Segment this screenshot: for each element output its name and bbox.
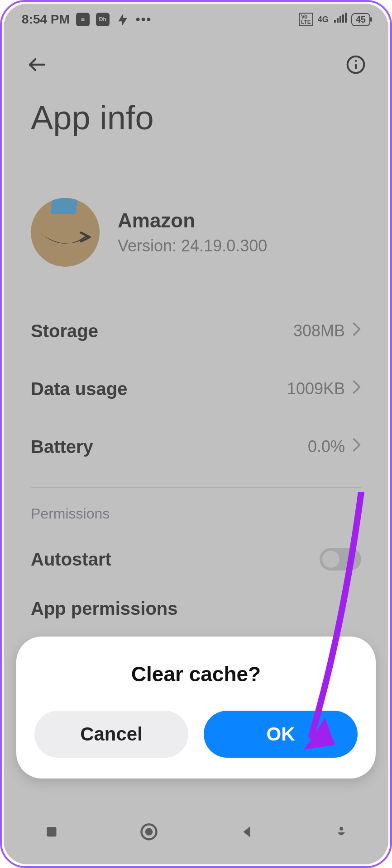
- autostart-row[interactable]: Autostart: [31, 530, 361, 588]
- app-permissions-row[interactable]: App permissions: [31, 588, 361, 629]
- data-usage-row[interactable]: Data usage 1009KB: [31, 360, 361, 418]
- autostart-label: Autostart: [31, 549, 111, 570]
- page-title: App info: [31, 99, 154, 137]
- network-label: 4G: [318, 15, 329, 24]
- divider: [31, 487, 361, 488]
- data-usage-label: Data usage: [31, 379, 127, 399]
- battery-row[interactable]: Battery 0.0%: [31, 418, 361, 476]
- autostart-toggle[interactable]: [320, 548, 361, 571]
- chevron-right-icon: [352, 437, 361, 456]
- more-notif-icon: •••: [136, 12, 152, 27]
- signal-icon: [333, 13, 347, 26]
- storage-value: 308MB: [293, 321, 345, 340]
- chevron-right-icon: [352, 321, 361, 340]
- svg-point-7: [339, 827, 343, 830]
- volte-icon: VoLTE: [299, 13, 313, 26]
- status-bar: 8:54 PM ≡ Dh ••• VoLTE 4G 45: [4, 4, 388, 35]
- clear-cache-dialog: Clear cache? Cancel OK: [16, 637, 376, 778]
- battery-indicator: 45: [351, 13, 370, 26]
- ok-button[interactable]: OK: [204, 711, 358, 758]
- app-bar: [4, 47, 388, 83]
- back-arrow-icon[interactable]: [26, 54, 48, 75]
- app-name-label: Amazon: [118, 209, 267, 232]
- nav-extra-icon[interactable]: [334, 825, 349, 841]
- app-version-label: Version: 24.19.0.300: [118, 236, 267, 255]
- cancel-button[interactable]: Cancel: [34, 711, 188, 758]
- nav-recent-icon[interactable]: [43, 824, 60, 842]
- app-icon: [31, 198, 100, 267]
- storage-label: Storage: [31, 321, 98, 341]
- app-header: Amazon Version: 24.19.0.300: [31, 198, 361, 267]
- battery-label: Battery: [31, 437, 93, 457]
- svg-point-6: [145, 828, 153, 836]
- nav-home-icon[interactable]: [139, 822, 159, 844]
- status-right: VoLTE 4G 45: [299, 13, 370, 26]
- info-icon[interactable]: [346, 55, 366, 75]
- status-time: 8:54 PM: [22, 12, 70, 27]
- data-usage-value: 1009KB: [287, 379, 345, 398]
- svg-rect-4: [47, 827, 56, 837]
- system-nav-bar: [4, 810, 388, 855]
- svg-point-3: [355, 60, 357, 62]
- dialog-title: Clear cache?: [34, 662, 358, 686]
- chevron-right-icon: [352, 379, 361, 398]
- notif-icon-3: [116, 13, 129, 26]
- app-permissions-label: App permissions: [31, 599, 178, 619]
- permissions-heading: Permissions: [31, 505, 361, 522]
- battery-value: 0.0%: [308, 437, 345, 456]
- notif-icon-2: Dh: [96, 13, 110, 26]
- nav-back-icon[interactable]: [239, 824, 255, 842]
- notif-icon-1: ≡: [76, 13, 90, 26]
- storage-row[interactable]: Storage 308MB: [31, 302, 361, 360]
- status-left: 8:54 PM ≡ Dh •••: [22, 12, 152, 27]
